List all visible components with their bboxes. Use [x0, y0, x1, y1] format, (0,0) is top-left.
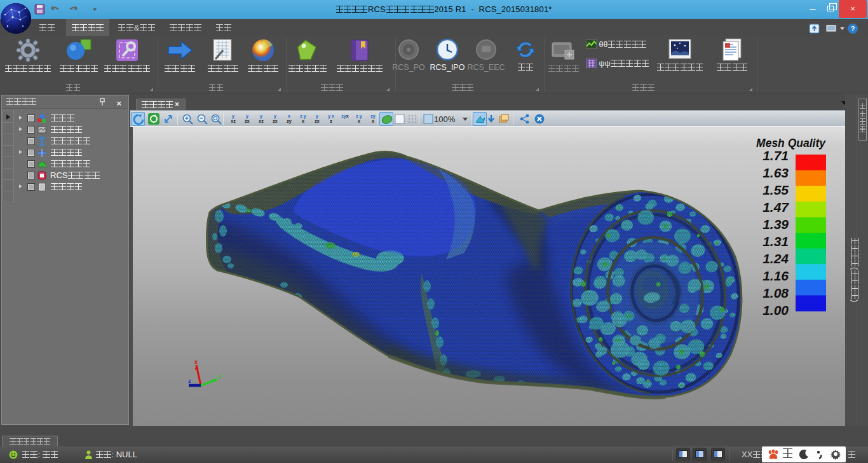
svg-text:1.31: 1.31	[763, 234, 789, 249]
svg-text:z: z	[188, 378, 191, 384]
svg-text:1.24: 1.24	[763, 251, 789, 266]
svg-text:1.47: 1.47	[763, 200, 789, 214]
svg-text:1.55: 1.55	[763, 183, 789, 197]
svg-text:1.08: 1.08	[763, 286, 789, 300]
svg-text:y: y	[218, 373, 221, 379]
svg-text:?: ?	[851, 25, 855, 32]
svg-text:1.71: 1.71	[763, 148, 789, 163]
svg-text:1.63: 1.63	[763, 165, 789, 180]
svg-text:1.16: 1.16	[763, 268, 789, 283]
svg-text:1.39: 1.39	[763, 217, 789, 232]
svg-text:x: x	[194, 359, 198, 365]
svg-text:1.00: 1.00	[763, 303, 789, 317]
